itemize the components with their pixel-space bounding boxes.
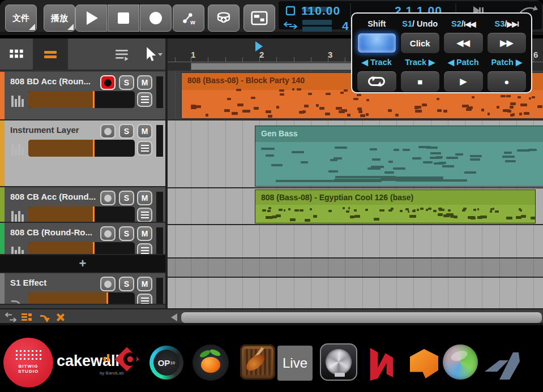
track-menu-button[interactable] bbox=[137, 141, 152, 156]
solo-button[interactable]: S bbox=[119, 226, 134, 241]
play-button[interactable] bbox=[75, 5, 107, 32]
tracktion-app-icon[interactable] bbox=[484, 349, 523, 383]
midi-clip[interactable]: 808 (Bass-08) - Egyptian Cool 126 (base) bbox=[255, 189, 536, 223]
record-arm-button[interactable] bbox=[100, 277, 116, 291]
track-row[interactable]: 808 CB Acc (Round...SM bbox=[0, 187, 165, 223]
cubase-app-icon[interactable] bbox=[111, 343, 143, 377]
scroll-left-arrow[interactable] bbox=[171, 313, 177, 321]
cursor-tool-button[interactable] bbox=[135, 38, 165, 71]
playlist-button[interactable] bbox=[109, 38, 135, 71]
fl-fruit bbox=[201, 357, 220, 373]
remote-mid-label-2: Track ▶ bbox=[400, 55, 441, 69]
volume-fader[interactable] bbox=[28, 206, 135, 223]
volume-fader[interactable] bbox=[28, 140, 135, 157]
grid-view-button[interactable] bbox=[0, 38, 33, 71]
bitwig-dots bbox=[15, 349, 42, 361]
lane-add-track[interactable] bbox=[168, 259, 543, 277]
solo-button[interactable]: S bbox=[119, 75, 134, 90]
bottom-toolbar bbox=[0, 308, 543, 325]
volume-fader[interactable] bbox=[28, 292, 135, 305]
mute-button[interactable]: M bbox=[137, 75, 152, 90]
stop-button[interactable] bbox=[108, 5, 139, 32]
midi-note bbox=[366, 99, 369, 101]
fl-leaf bbox=[209, 348, 221, 357]
ruler-bar-number: 3 bbox=[328, 50, 332, 59]
n-track-app-icon[interactable] bbox=[365, 342, 397, 385]
record-button[interactable] bbox=[140, 5, 172, 32]
midi-note bbox=[251, 97, 255, 99]
file-menu-button[interactable]: 文件 bbox=[5, 5, 37, 32]
track-row[interactable]: 808 CB (Round-Ro...SM bbox=[0, 223, 165, 255]
ruler-bar-number: 1 bbox=[191, 50, 195, 59]
mute-button[interactable]: M bbox=[137, 277, 152, 291]
track-panel: 808 BD Acc (Roun...SMInstrument LayerSM8… bbox=[0, 38, 165, 308]
playhead-marker[interactable] bbox=[255, 41, 263, 51]
reorder-button[interactable] bbox=[5, 312, 17, 323]
remote-control-overlay: ShiftS1 / UndoS2 / I◀◀S3 / ▶▶IClick◀◀▶▶◀… bbox=[351, 12, 532, 93]
mute-button[interactable]: M bbox=[137, 124, 152, 139]
solo-button[interactable]: S bbox=[119, 277, 134, 291]
play-menu-button[interactable]: 播放 bbox=[44, 5, 75, 32]
record-arm-button[interactable] bbox=[100, 124, 116, 139]
play-button[interactable]: ▶ bbox=[443, 71, 484, 92]
op-knob-app-icon[interactable]: OP10 bbox=[149, 346, 183, 380]
time-signature-value[interactable]: 4 bbox=[342, 19, 349, 33]
automation-write-button[interactable]: w bbox=[173, 5, 204, 32]
loop-icon bbox=[368, 77, 385, 86]
midi-note bbox=[276, 106, 279, 109]
record-arm-button[interactable] bbox=[100, 191, 116, 205]
stop-button[interactable]: ■ bbox=[400, 71, 441, 92]
midi-clip[interactable]: Gen Bass bbox=[255, 126, 543, 187]
track-menu-button[interactable] bbox=[137, 208, 152, 222]
tracktion-logo bbox=[484, 349, 523, 381]
collapse-arrow-button[interactable] bbox=[37, 312, 50, 323]
ableton-live-app-icon[interactable]: Live bbox=[277, 346, 313, 381]
midi-note bbox=[455, 153, 464, 156]
volume-fader[interactable] bbox=[28, 242, 135, 255]
mute-button[interactable]: M bbox=[137, 191, 152, 205]
track-list-toggle-button[interactable] bbox=[20, 312, 33, 323]
logic-pro-app-icon[interactable] bbox=[320, 343, 357, 381]
fl-studio-app-icon[interactable] bbox=[193, 344, 229, 381]
lane-effect-track[interactable] bbox=[168, 278, 543, 308]
click-button[interactable]: Click bbox=[400, 32, 441, 54]
midi-note bbox=[430, 152, 441, 154]
add-instrument-button[interactable] bbox=[208, 5, 240, 32]
track-lanes-view-button[interactable] bbox=[33, 38, 68, 71]
garageband-app-icon[interactable] bbox=[240, 344, 275, 380]
solo-button[interactable]: S bbox=[119, 124, 134, 139]
track-menu-button[interactable] bbox=[137, 294, 152, 305]
midi-note bbox=[313, 215, 317, 218]
track-menu-button[interactable] bbox=[137, 92, 152, 107]
midi-note bbox=[446, 157, 458, 159]
track-menu-button[interactable] bbox=[137, 243, 152, 255]
window-layout-button[interactable] bbox=[243, 5, 275, 32]
tempo-value[interactable]: 110.00 bbox=[301, 4, 340, 18]
rewind-button[interactable]: ◀◀ bbox=[443, 32, 484, 54]
midi-note bbox=[473, 209, 476, 211]
midi-note bbox=[442, 165, 454, 167]
midi-note bbox=[328, 210, 332, 212]
horizontal-scrollbar-thumb[interactable] bbox=[181, 312, 542, 323]
track-row[interactable]: 808 BD Acc (Roun...SM bbox=[0, 72, 165, 120]
add-track-button[interactable]: + bbox=[0, 255, 165, 273]
lane-track-4[interactable] bbox=[168, 225, 543, 257]
bitwig-studio-app-icon[interactable]: BITWIG STUDIO bbox=[3, 338, 53, 387]
volume-fader[interactable] bbox=[28, 91, 135, 108]
solo-button[interactable]: S bbox=[119, 191, 134, 205]
logic-slot bbox=[335, 373, 345, 377]
midi-note bbox=[232, 112, 238, 115]
close-panel-button[interactable] bbox=[54, 312, 66, 323]
forward-button[interactable]: ▶▶ bbox=[487, 32, 527, 54]
record-button[interactable]: ● bbox=[487, 71, 527, 92]
record-arm-button[interactable] bbox=[100, 226, 116, 241]
loop-button[interactable] bbox=[357, 71, 397, 92]
reaper-app-icon[interactable] bbox=[443, 344, 478, 380]
shift-pad[interactable] bbox=[357, 32, 397, 54]
effect-track-row[interactable]: S1 EffectSM bbox=[0, 273, 165, 305]
midi-note bbox=[370, 148, 377, 150]
orange-cube-app-icon[interactable] bbox=[410, 349, 438, 378]
mute-button[interactable]: M bbox=[137, 226, 152, 241]
track-row[interactable]: Instrument LayerSM bbox=[0, 120, 165, 187]
record-arm-button[interactable] bbox=[100, 75, 116, 90]
